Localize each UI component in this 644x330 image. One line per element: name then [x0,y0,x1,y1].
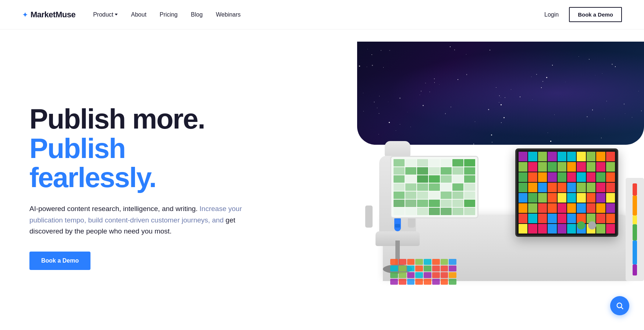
wall-panel [626,178,644,281]
nav-link-webinars[interactable]: Webinars [216,11,241,18]
monitor-area [390,148,629,288]
armrest-left [365,206,373,228]
nav-link-product[interactable]: Product [93,11,118,18]
nav-item-product[interactable]: Product [93,11,118,18]
nav-item-about[interactable]: About [131,11,146,18]
hero-content: Publish more. Publish fearlessly. AI-pow… [29,89,257,270]
search-fab-button[interactable] [610,296,629,315]
monitor-right [515,148,618,237]
logo-icon: ✦ [22,10,28,19]
nav-item-webinars[interactable]: Webinars [216,11,241,18]
ctrl-btn-gray [588,221,596,229]
hero-heading-blue: Publish fearlessly. [29,134,257,193]
hero-illustration [257,42,622,318]
navbar-left: ✦ MarketMuse Product About Pricing Blog … [22,10,241,20]
nav-link-blog[interactable]: Blog [191,11,203,18]
navbar: ✦ MarketMuse Product About Pricing Blog … [0,0,644,29]
hero-section: Publish more. Publish fearlessly. AI-pow… [0,29,644,330]
hero-heading-black: Publish more. [29,104,257,134]
nav-item-pricing[interactable]: Pricing [160,11,178,18]
login-link[interactable]: Login [544,11,559,18]
control-buttons [577,221,596,229]
logo[interactable]: ✦ MarketMuse [22,10,75,20]
keyboard-area [390,259,456,288]
book-demo-nav-button[interactable]: Book a Demo [569,7,622,22]
console-desk [353,126,629,303]
hero-description-plain: AI-powered content research, intelligenc… [29,205,198,213]
ctrl-btn-green [577,221,585,229]
svg-line-1 [621,307,623,309]
logo-text: MarketMuse [31,10,75,20]
chevron-down-icon [115,14,118,15]
svg-point-0 [617,303,622,308]
hero-description: AI-powered content research, intelligenc… [29,203,243,237]
nav-link-about[interactable]: About [131,11,146,18]
nav-item-blog[interactable]: Blog [191,11,203,18]
navbar-right: Login Book a Demo [544,7,622,22]
nav-links: Product About Pricing Blog Webinars [93,11,241,18]
search-icon [616,302,624,310]
book-demo-hero-button[interactable]: Book a Demo [29,252,90,270]
nav-link-pricing[interactable]: Pricing [160,11,178,18]
monitor-left [390,156,478,218]
